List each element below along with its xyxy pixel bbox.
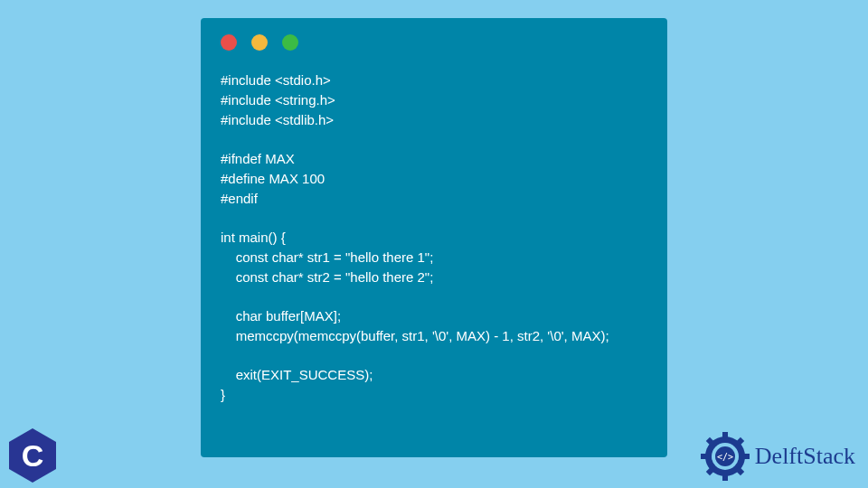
close-icon — [221, 34, 237, 51]
code-content: #include <stdio.h> #include <string.h> #… — [221, 70, 647, 405]
gear-icon: </> — [701, 432, 750, 481]
svg-rect-9 — [701, 454, 708, 459]
svg-text:</>: </> — [717, 452, 733, 462]
svg-rect-5 — [742, 454, 750, 459]
svg-rect-7 — [722, 474, 728, 481]
maximize-icon — [282, 34, 298, 51]
traffic-lights — [221, 34, 647, 51]
c-language-logo: C — [9, 428, 56, 483]
svg-rect-3 — [722, 432, 728, 439]
code-window: #include <stdio.h> #include <string.h> #… — [201, 18, 667, 457]
delftstack-logo: </> DelftStack — [701, 432, 855, 481]
c-logo-letter: C — [22, 438, 44, 474]
delftstack-text: DelftStack — [755, 443, 855, 470]
minimize-icon — [251, 34, 268, 51]
